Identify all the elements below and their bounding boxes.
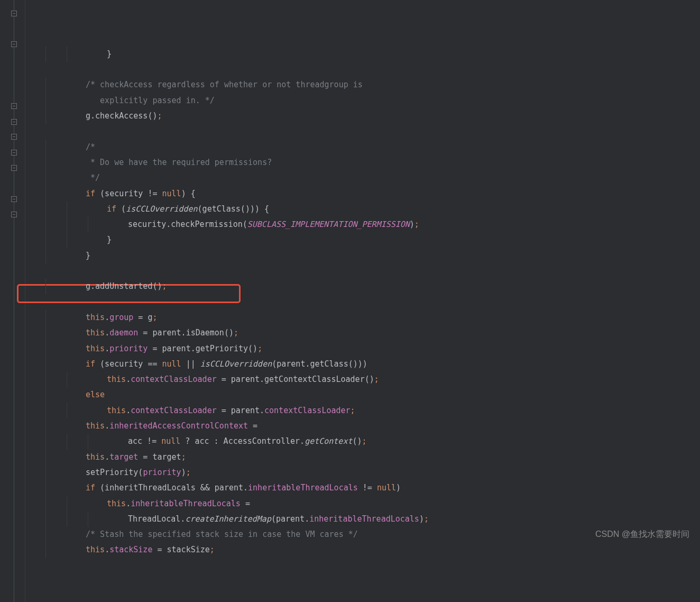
indent-guide (45, 47, 46, 62)
code-text: } (65, 49, 112, 59)
code-text: * Do we have the required permissions? (65, 158, 272, 167)
indent-guide (45, 341, 46, 357)
code-text: if (isCCLOverridden(getClass())) { (65, 204, 269, 214)
indent-guide (45, 186, 46, 202)
fold-marker-icon[interactable]: − (11, 212, 17, 217)
code-line[interactable]: this.inheritedAccessControlContext = (65, 418, 429, 434)
fold-marker-icon[interactable]: − (11, 134, 17, 140)
code-text: acc != null ? acc : AccessController.get… (65, 436, 367, 446)
indent-guide (45, 232, 46, 248)
code-line[interactable]: * Do we have the required permissions? (65, 155, 429, 170)
code-line[interactable]: this.daemon = parent.isDaemon(); (65, 325, 429, 341)
code-line[interactable]: this.contextClassLoader = parent.getCont… (65, 372, 429, 387)
indent-guide (67, 434, 67, 449)
code-line[interactable]: } (65, 47, 429, 62)
code-line[interactable]: } (65, 248, 429, 263)
code-line[interactable]: this.contextClassLoader = parent.context… (65, 403, 429, 418)
code-line[interactable]: /* checkAccess regardless of whether or … (65, 77, 429, 93)
indent-guide (45, 155, 46, 170)
code-line[interactable]: g.checkAccess(); (65, 108, 429, 124)
code-line[interactable]: } (65, 232, 429, 248)
code-line[interactable]: /* Stash the specified stack size in cas… (65, 527, 429, 542)
indent-guide (45, 465, 46, 480)
indent-guide (88, 512, 88, 527)
code-line[interactable]: /* (65, 140, 429, 155)
indent-guide (45, 202, 46, 217)
indent-guide (45, 140, 46, 155)
code-text: this.priority = parent.getPriority(); (65, 344, 262, 353)
indent-guide (67, 512, 67, 527)
code-text: /* Stash the specified stack size in cas… (65, 530, 358, 539)
code-editor[interactable]: −−−−−−−−− }/* checkAccess regardless of … (0, 0, 700, 602)
fold-marker-icon[interactable]: − (11, 119, 17, 125)
code-text: setPriority(priority); (65, 468, 191, 477)
indent-guide (45, 480, 46, 496)
fold-marker-icon[interactable]: − (11, 11, 17, 16)
code-text: this.target = target; (65, 452, 186, 462)
indent-guide (45, 217, 46, 232)
code-text: if (security != null) { (65, 189, 196, 198)
indent-guide (45, 310, 46, 325)
fold-marker-icon[interactable]: − (11, 150, 17, 156)
fold-marker-icon[interactable]: − (11, 165, 17, 171)
code-line[interactable] (65, 62, 429, 77)
code-line[interactable]: ThreadLocal.createInheritedMap(parent.in… (65, 512, 429, 527)
indent-guide (88, 217, 88, 232)
code-line[interactable]: if (security != null) { (65, 186, 429, 202)
code-text: this.contextClassLoader = parent.context… (65, 406, 355, 415)
code-text: ThreadLocal.createInheritedMap(parent.in… (65, 514, 429, 524)
code-line[interactable]: if (isCCLOverridden(getClass())) { (65, 202, 429, 217)
code-text: /* checkAccess regardless of whether or … (65, 80, 363, 89)
code-line[interactable]: this.group = g; (65, 310, 429, 325)
code-line[interactable]: this.stackSize = stackSize; (65, 542, 429, 558)
code-area[interactable]: }/* checkAccess regardless of whether or… (25, 0, 429, 602)
code-text: this.inheritedAccessControlContext = (65, 421, 257, 431)
indent-guide (67, 372, 67, 387)
indent-guide (45, 496, 46, 512)
indent-guide (45, 279, 46, 294)
code-text: this.inheritableThreadLocals = (65, 499, 250, 508)
fold-marker-icon[interactable]: − (11, 196, 17, 202)
code-line[interactable]: acc != null ? acc : AccessController.get… (65, 434, 429, 449)
fold-marker-icon[interactable]: − (11, 41, 17, 47)
code-line[interactable]: this.inheritableThreadLocals = (65, 496, 429, 512)
code-text: explicitly passed in. */ (65, 96, 215, 105)
code-line[interactable]: this.priority = parent.getPriority(); (65, 341, 429, 357)
code-text: this.group = g; (65, 313, 157, 322)
indent-guide (45, 512, 46, 527)
code-text: } (65, 235, 112, 244)
code-line[interactable]: if (security == null || isCCLOverridden(… (65, 357, 429, 372)
indent-guide (88, 434, 88, 449)
code-line[interactable]: if (inheritThreadLocals && parent.inheri… (65, 480, 429, 496)
code-line[interactable] (65, 263, 429, 279)
indent-guide (45, 450, 46, 465)
indent-guide (45, 248, 46, 263)
indent-guide (67, 217, 67, 232)
code-line[interactable]: explicitly passed in. */ (65, 93, 429, 108)
indent-guide (67, 202, 67, 217)
indent-guide (45, 542, 46, 558)
code-text: else (65, 390, 105, 399)
code-text: g.checkAccess(); (65, 111, 162, 121)
indent-guide (45, 434, 46, 449)
code-line[interactable]: else (65, 387, 429, 403)
code-line[interactable] (65, 295, 429, 310)
code-line[interactable]: setPriority(priority); (65, 465, 429, 480)
indent-guide (45, 527, 46, 542)
fold-marker-icon[interactable]: − (11, 103, 17, 109)
code-text: if (security == null || isCCLOverridden(… (65, 359, 367, 369)
code-line[interactable]: this.target = target; (65, 450, 429, 465)
code-line[interactable]: security.checkPermission(SUBCLASS_IMPLEM… (65, 217, 429, 232)
code-text: if (inheritThreadLocals && parent.inheri… (65, 483, 401, 492)
indent-guide (45, 387, 46, 403)
code-text: */ (65, 173, 100, 183)
code-line[interactable] (65, 558, 429, 573)
code-line[interactable] (65, 124, 429, 139)
code-text: security.checkPermission(SUBCLASS_IMPLEM… (65, 220, 419, 229)
code-text: } (65, 251, 90, 260)
code-line[interactable]: */ (65, 170, 429, 186)
indent-guide (45, 418, 46, 434)
code-line[interactable]: g.addUnstarted(); (65, 279, 429, 294)
code-text: this.stackSize = stackSize; (65, 545, 215, 554)
editor-gutter[interactable]: −−−−−−−−− (0, 0, 25, 602)
